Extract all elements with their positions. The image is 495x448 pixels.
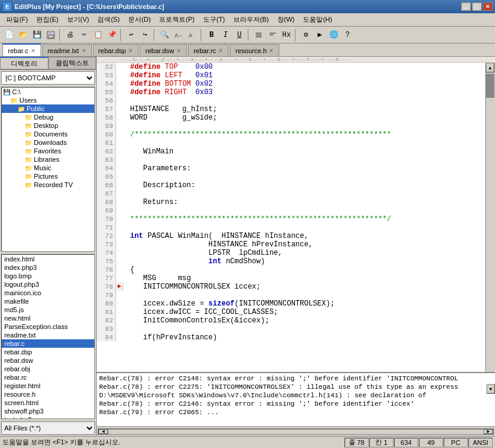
file-filter-combo[interactable]: All Files (*.*) xyxy=(1,421,95,435)
file-item-rebar-dsw[interactable]: rebar.dsw xyxy=(2,356,94,365)
code-line-67[interactable]: 67 xyxy=(97,190,485,198)
code-line-74[interactable]: 74 LPSTR lpCmdLine, xyxy=(97,249,485,257)
tab-close-icon[interactable]: ✕ xyxy=(218,48,223,54)
file-item-index-php3[interactable]: index.php3 xyxy=(2,263,94,272)
file-item-makefile[interactable]: makefile xyxy=(2,297,94,306)
code-line-71[interactable]: 71 xyxy=(97,223,485,232)
code-line-76[interactable]: 76 { xyxy=(97,266,485,274)
menu-item-search[interactable]: 검색(S) xyxy=(94,14,123,26)
code-line-57[interactable]: 57 HINSTANCE g_hInst; xyxy=(97,105,485,114)
code-line-79[interactable]: 79 xyxy=(97,291,485,299)
file-item-register-html[interactable]: register.html xyxy=(2,382,94,390)
code-line-52[interactable]: 52 #define TOP 0x00 xyxy=(97,63,485,71)
code-line-84[interactable]: 84 if(hPrevInstance) xyxy=(97,333,485,342)
print-button[interactable]: 🖨 xyxy=(63,28,77,42)
code-line-53[interactable]: 53 #define LEFT 0x01 xyxy=(97,71,485,80)
code-line-60[interactable]: 60 /************************************… xyxy=(97,130,485,139)
file-item-screen-html[interactable]: screen.html xyxy=(2,398,94,407)
new-button[interactable]: 📄 xyxy=(2,28,16,42)
tree-item-public[interactable]: 📁Public xyxy=(2,104,94,113)
code-line-65[interactable]: 65 xyxy=(97,173,485,181)
run-button[interactable]: ▶ xyxy=(313,28,326,42)
underline-button[interactable]: U xyxy=(233,28,246,42)
sidebar-tab-디렉토리[interactable]: 디렉토리 xyxy=(0,57,48,69)
sidebar-combo[interactable]: [C:] BOOTCAMP xyxy=(1,71,95,85)
code-line-73[interactable]: 73 HINSTANCE hPrevInstance, xyxy=(97,240,485,249)
file-item-showoff-php3[interactable]: showoff.php3 xyxy=(2,407,94,415)
tab-close-icon[interactable]: ✕ xyxy=(82,48,86,54)
code-line-56[interactable]: 56 xyxy=(97,97,485,105)
file-item-test-php3[interactable]: test.php3 xyxy=(2,415,94,419)
file-item-rebar-dsp[interactable]: rebar.dsp xyxy=(2,348,94,356)
redo-button[interactable]: ↪ xyxy=(138,28,152,42)
tree-item-documents[interactable]: 📁Documents xyxy=(2,130,94,138)
code-line-77[interactable]: 77 MSG msg xyxy=(97,274,485,283)
file-item-rebar-rc[interactable]: rebar.rc xyxy=(2,373,94,382)
code-line-78[interactable]: 78► INITCOMMONCONTROLSEX iccex; xyxy=(97,283,485,291)
menu-item-help[interactable]: 도움말(H) xyxy=(299,14,335,26)
file-item-logo-bmp[interactable]: logo.bmp xyxy=(2,272,94,280)
file-item-resource-h[interactable]: resource.h xyxy=(2,390,94,398)
vertical-scrollbar[interactable]: ▲ ▼ xyxy=(485,63,495,372)
tree-item-favorites[interactable]: 📁Favorites xyxy=(2,147,94,155)
open-button[interactable]: 📂 xyxy=(16,28,30,42)
italic-button[interactable]: I xyxy=(219,28,232,42)
find-replace-button[interactable]: A→ xyxy=(172,28,185,42)
directory-combo[interactable]: [C:] BOOTCAMP xyxy=(1,71,95,85)
file-item-logout-php3[interactable]: logout.php3 xyxy=(2,280,94,289)
code-line-66[interactable]: 66 Description: xyxy=(97,181,485,190)
tab-resource-h[interactable]: resource.h✕ xyxy=(230,44,279,56)
help-button[interactable]: ? xyxy=(341,28,354,42)
menu-item-document[interactable]: 문서(D) xyxy=(125,14,154,26)
save-button[interactable]: 💾 xyxy=(30,28,44,42)
menu-item-browser[interactable]: 브라우저(B) xyxy=(230,14,273,26)
tree-item-debug[interactable]: 📁Debug xyxy=(2,113,94,121)
tab-rebar-c[interactable]: rebar.c✕ xyxy=(2,43,41,56)
tab-rebar-rc[interactable]: rebar.rc✕ xyxy=(188,44,228,56)
code-line-70[interactable]: 70 *************************************… xyxy=(97,215,485,223)
browser-button[interactable]: 🌐 xyxy=(327,28,340,42)
menu-item-file[interactable]: 파일(F) xyxy=(2,14,31,26)
format-button[interactable] xyxy=(266,28,279,42)
tab-close-icon[interactable]: ✕ xyxy=(176,48,181,54)
tree-item-downloads[interactable]: 📁Downloads xyxy=(2,138,94,147)
code-line-69[interactable]: 69 xyxy=(97,206,485,215)
tree-item-c-drive[interactable]: 💾C:\ xyxy=(2,88,94,96)
code-line-61[interactable]: 61 xyxy=(97,139,485,147)
tab-readme-txt[interactable]: readme.txt✕ xyxy=(42,44,92,56)
code-line-68[interactable]: 68 Returns: xyxy=(97,198,485,206)
menu-item-tools[interactable]: 도구(T) xyxy=(199,14,228,26)
wrap-button[interactable] xyxy=(252,28,265,42)
file-item-rebar-obj[interactable]: rebar.obj xyxy=(2,365,94,373)
maximize-button[interactable]: □ xyxy=(472,2,482,11)
tree-item-libraries[interactable]: 📁Libraries xyxy=(2,155,94,164)
copy-button[interactable]: 📋 xyxy=(91,28,105,42)
file-item-rebar-c[interactable]: rebar.c xyxy=(2,339,94,348)
save-all-button[interactable] xyxy=(44,28,57,42)
tree-item-pictures[interactable]: 📁Pictures xyxy=(2,172,94,181)
cut-button[interactable]: ✂ xyxy=(77,28,91,42)
bold-button[interactable]: B xyxy=(205,28,218,42)
close-button[interactable]: ✕ xyxy=(483,2,493,11)
tree-item-music[interactable]: 📁Music xyxy=(2,164,94,172)
tab-close-icon[interactable]: ✕ xyxy=(128,48,133,54)
minimize-button[interactable]: _ xyxy=(461,2,471,11)
compile-button[interactable]: ⚙ xyxy=(299,28,312,42)
hex-button[interactable]: Hx xyxy=(280,28,293,42)
code-line-63[interactable]: 63 xyxy=(97,156,485,164)
goto-button[interactable]: A xyxy=(186,28,199,42)
tree-item-recorded-tv[interactable]: 📁Recorded TV xyxy=(2,181,94,189)
tree-item-desktop[interactable]: 📁Desktop xyxy=(2,121,94,130)
find-button[interactable]: 🔍 xyxy=(158,28,171,42)
menu-item-edit[interactable]: 편집(E) xyxy=(33,14,62,26)
code-line-55[interactable]: 55 #define RIGHT 0x03 xyxy=(97,88,485,97)
menu-item-window[interactable]: 창(W) xyxy=(274,14,299,26)
tab-rebar-dsp[interactable]: rebar.dsp✕ xyxy=(93,44,139,56)
code-line-59[interactable]: 59 xyxy=(97,122,485,130)
code-line-83[interactable]: 83 xyxy=(97,325,485,333)
file-item-parse-exception[interactable]: ParseException.class xyxy=(2,322,94,331)
file-item-readme-txt[interactable]: readme.txt xyxy=(2,331,94,339)
directory-tree[interactable]: 💾C:\📁Users📁Public📁Debug📁Desktop📁Document… xyxy=(1,87,95,252)
file-item-md5-js[interactable]: md5.js xyxy=(2,306,94,314)
code-line-75[interactable]: 75 int nCmdShow) xyxy=(97,257,485,266)
